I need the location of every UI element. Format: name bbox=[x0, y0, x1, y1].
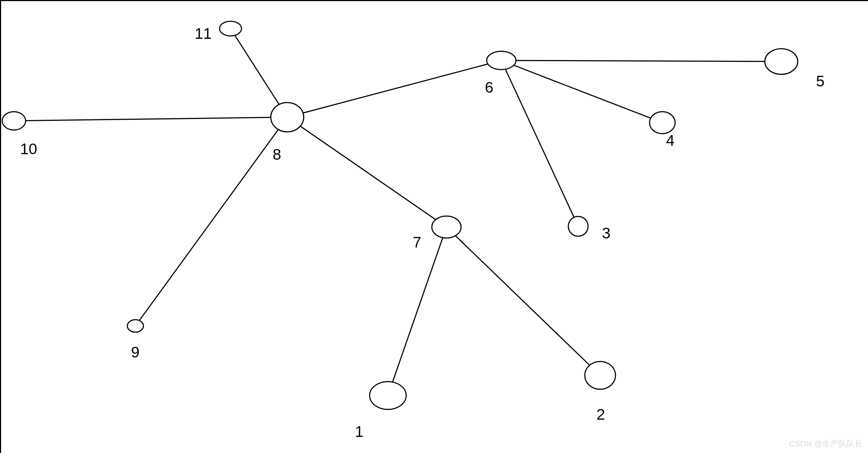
edge-8-11 bbox=[235, 35, 279, 104]
node-4 bbox=[650, 112, 675, 134]
node-5 bbox=[765, 49, 798, 74]
node-label-5: 5 bbox=[816, 73, 824, 90]
edge-8-7 bbox=[300, 126, 436, 220]
edge-6-5 bbox=[516, 60, 765, 62]
node-8 bbox=[271, 103, 304, 132]
node-label-4: 4 bbox=[666, 132, 674, 149]
node-label-6: 6 bbox=[485, 79, 493, 96]
node-10 bbox=[2, 112, 26, 130]
node-6 bbox=[487, 51, 516, 70]
node-11 bbox=[220, 21, 242, 36]
node-2 bbox=[585, 361, 616, 389]
node-label-8: 8 bbox=[273, 146, 281, 163]
edge-6-4 bbox=[514, 65, 651, 118]
node-7 bbox=[432, 216, 461, 238]
edge-6-3 bbox=[505, 69, 574, 217]
graph-canvas bbox=[0, 0, 868, 453]
node-label-11: 11 bbox=[195, 25, 212, 42]
node-label-2: 2 bbox=[596, 406, 605, 423]
node-label-7: 7 bbox=[413, 234, 421, 251]
node-label-1: 1 bbox=[355, 423, 363, 441]
node-9 bbox=[127, 320, 143, 332]
node-label-10: 10 bbox=[20, 140, 37, 158]
edge-8-10 bbox=[26, 118, 271, 121]
node-1 bbox=[370, 382, 406, 409]
node-label-9: 9 bbox=[131, 344, 139, 361]
node-3 bbox=[568, 216, 588, 236]
watermark-text: CSDN @生产队队长 bbox=[789, 438, 863, 449]
node-label-3: 3 bbox=[602, 224, 610, 242]
edge-7-2 bbox=[456, 236, 590, 365]
edge-8-9 bbox=[139, 130, 278, 321]
edge-7-1 bbox=[393, 238, 443, 382]
edge-8-6 bbox=[303, 64, 488, 113]
